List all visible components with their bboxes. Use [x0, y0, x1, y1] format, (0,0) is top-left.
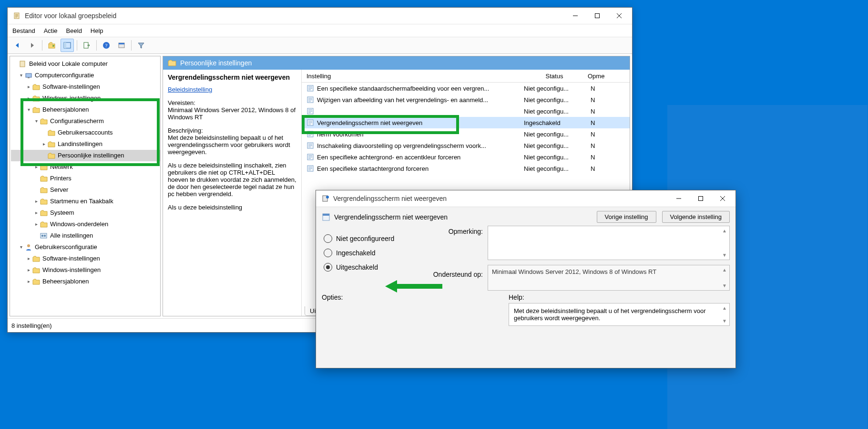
- setting-status: Ingeschakeld: [521, 119, 591, 126]
- dialog-close-button[interactable]: [712, 190, 734, 207]
- edit-policy-link[interactable]: Beleidsinstelling: [168, 86, 212, 93]
- tree-userconfig[interactable]: ▾Gebruikersconfiguratie: [11, 241, 160, 253]
- setting-row[interactable]: Inschakeling diavoorstelling op vergrend…: [302, 140, 630, 151]
- tree-windows[interactable]: ▸Windows-instellingen: [11, 93, 160, 104]
- setting-item-icon: [306, 119, 314, 126]
- scrollbar-icon[interactable]: ▲▼: [721, 228, 728, 258]
- tree-regional[interactable]: ▸Landinstellingen: [11, 138, 160, 150]
- dialog-maximize-button[interactable]: [690, 190, 712, 207]
- help-button[interactable]: ?: [100, 39, 113, 52]
- col-comment[interactable]: Opme: [588, 73, 616, 80]
- tree-controlpanel[interactable]: ▾Configuratiescherm: [11, 115, 160, 127]
- desc-label: Beschrijving:: [168, 127, 203, 134]
- setting-row[interactable]: herm voorkomenNiet geconfigu...N: [302, 128, 630, 140]
- show-tree-button[interactable]: [61, 39, 74, 52]
- tree-wincomponents-label: Windows-onderdelen: [50, 219, 108, 230]
- radio-enabled[interactable]: Ingeschakeld: [324, 249, 419, 257]
- tree-computerconfig[interactable]: ▾Computerconfiguratie: [11, 70, 160, 81]
- details-header: Persoonlijke instellingen: [163, 56, 630, 70]
- svg-text:?: ?: [105, 42, 108, 48]
- tree-personalization-label: Persoonlijke instellingen: [58, 150, 124, 161]
- tree-startmenu[interactable]: ▸Startmenu en Taakbalk: [11, 196, 160, 207]
- export-button[interactable]: [80, 39, 93, 52]
- tree-printers[interactable]: Printers: [11, 173, 160, 184]
- col-status[interactable]: Status: [521, 73, 588, 80]
- scrollbar-icon[interactable]: ▲▼: [721, 267, 728, 288]
- tree-user-software[interactable]: ▸Software-instellingen: [11, 253, 160, 264]
- tree-useraccounts-label: Gebruikersaccounts: [58, 127, 113, 138]
- svg-rect-9: [119, 43, 124, 44]
- close-button[interactable]: [608, 8, 630, 24]
- filter-button[interactable]: [134, 39, 148, 52]
- tree-admintemplates[interactable]: ▾Beheersjablonen: [11, 104, 160, 115]
- tree-useraccounts[interactable]: Gebruikersaccounts: [11, 127, 160, 138]
- list-header[interactable]: Instelling Status Opme: [302, 70, 630, 83]
- setting-row[interactable]: Een specifieke startachtergrond forceren…: [302, 163, 630, 174]
- scrollbar-icon[interactable]: ▲▼: [721, 305, 728, 324]
- minimize-button[interactable]: [564, 8, 586, 24]
- tree-regional-label: Landinstellingen: [58, 139, 102, 149]
- setting-comment: N: [591, 119, 619, 126]
- setting-icon: [322, 213, 330, 221]
- maximize-button[interactable]: [586, 8, 608, 24]
- options-label: Opties:: [322, 293, 504, 301]
- setting-item-icon: [306, 107, 314, 115]
- setting-row[interactable]: Een specifieke standaardschermafbeelding…: [302, 83, 630, 94]
- tree-pane[interactable]: Beleid voor Lokale computer ▾Computercon…: [10, 56, 161, 316]
- tree-server[interactable]: Server: [11, 184, 160, 196]
- tree-admintemplates-label: Beheersjablonen: [42, 105, 89, 115]
- setting-row[interactable]: Een specifieke achtergrond- en accentkle…: [302, 151, 630, 163]
- up-folder-button[interactable]: [45, 39, 59, 52]
- tree-root-label: Beleid voor Lokale computer: [29, 59, 108, 69]
- svg-point-26: [326, 196, 329, 199]
- tree-system[interactable]: ▸Systeem: [11, 207, 160, 219]
- setting-comment: N: [591, 96, 619, 104]
- radio-disabled-label: Uitgeschakeld: [336, 263, 378, 271]
- description-pane[interactable]: Vergrendelingsscherm niet weergeven Bele…: [163, 70, 302, 316]
- setting-row[interactable]: Wijzigen van afbeelding van het vergrend…: [302, 94, 630, 105]
- tree-system-label: Systeem: [50, 208, 74, 218]
- main-window-title: Editor voor lokaal groepsbeleid: [25, 12, 564, 20]
- policy-dialog: Vergrendelingsscherm niet weergeven Verg…: [316, 190, 736, 368]
- menu-beeld[interactable]: Beeld: [66, 27, 82, 34]
- setting-status: Niet geconfigu...: [521, 142, 591, 149]
- properties-button[interactable]: [115, 39, 128, 52]
- tree-root[interactable]: Beleid voor Lokale computer: [11, 58, 160, 70]
- tree-network[interactable]: ▸Netwerk: [11, 161, 160, 173]
- dialog-minimize-button[interactable]: [668, 190, 690, 207]
- menu-help[interactable]: Help: [91, 27, 103, 34]
- tree-allsettings-label: Alle instellingen: [50, 230, 93, 241]
- radio-not-configured[interactable]: Niet geconfigureerd: [324, 234, 419, 243]
- status-text: 8 instelling(en): [11, 322, 52, 329]
- selected-setting-title: Vergrendelingsscherm niet weergeven: [168, 73, 296, 81]
- supported-box: Minimaal Windows Server 2012, Windows 8 …: [488, 265, 730, 291]
- setting-row[interactable]: Niet geconfigu...N: [302, 105, 630, 117]
- req-label: Vereisten:: [168, 99, 195, 106]
- menu-actie[interactable]: Actie: [44, 27, 58, 34]
- toolbar: ?: [8, 37, 632, 54]
- tree-user-windows[interactable]: ▸Windows-instellingen: [11, 264, 160, 276]
- setting-status: Niet geconfigu...: [521, 165, 591, 172]
- req-text: Minimaal Windows Server 2012, Windows 8 …: [168, 106, 296, 121]
- forward-button[interactable]: [26, 39, 39, 52]
- main-titlebar[interactable]: Editor voor lokaal groepsbeleid: [8, 8, 632, 24]
- setting-name: herm voorkomen: [317, 131, 364, 138]
- next-setting-button[interactable]: Volgende instelling: [662, 211, 730, 223]
- setting-comment: N: [591, 165, 619, 172]
- tree-software[interactable]: ▸Software-instellingen: [11, 81, 160, 93]
- setting-row[interactable]: Vergrendelingsscherm niet weergevenInges…: [302, 117, 630, 128]
- tree-allsettings[interactable]: Alle instellingen: [11, 230, 160, 241]
- tree-personalization[interactable]: Persoonlijke instellingen: [11, 150, 160, 161]
- tree-wincomponents[interactable]: ▸Windows-onderdelen: [11, 219, 160, 230]
- back-button[interactable]: [10, 39, 24, 52]
- menu-bestand[interactable]: Bestand: [12, 27, 35, 34]
- help-text-box[interactable]: Met deze beleidsinstelling bepaalt u of …: [509, 303, 730, 326]
- dialog-setting-name-row: Vergrendelingsscherm niet weergeven: [322, 213, 591, 221]
- radio-disabled[interactable]: Uitgeschakeld: [324, 263, 419, 272]
- comment-label: Opmerking:: [449, 228, 483, 235]
- dialog-titlebar[interactable]: Vergrendelingsscherm niet weergeven: [316, 190, 735, 207]
- col-setting[interactable]: Instelling: [302, 73, 521, 80]
- comment-textarea[interactable]: ▲▼: [488, 226, 730, 260]
- prev-setting-button[interactable]: Vorige instelling: [597, 211, 656, 223]
- tree-user-admintemplates[interactable]: ▸Beheersjablonen: [11, 276, 160, 287]
